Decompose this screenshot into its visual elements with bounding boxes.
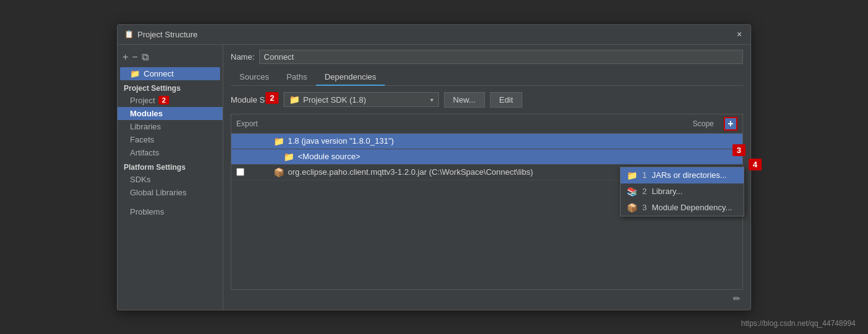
copy-module-button[interactable]: ⧉ bbox=[142, 52, 149, 62]
edit-button[interactable]: Edit bbox=[490, 92, 522, 108]
annotation-badge-3: 3 bbox=[732, 144, 746, 156]
watermark-url: https://blog.csdn.net/qq_44748994 bbox=[741, 319, 856, 328]
name-input[interactable] bbox=[259, 50, 743, 64]
module-source-folder-icon: 📁 bbox=[284, 152, 294, 162]
sidebar-item-libraries[interactable]: Libraries bbox=[118, 120, 223, 133]
jar-row-name: org.eclipse.paho.client.mqttv3-1.2.0.jar… bbox=[288, 167, 675, 177]
module-connect-item[interactable]: 📁 Connect bbox=[120, 67, 220, 80]
jars-num: 1 bbox=[642, 170, 647, 180]
sidebar-item-sdks[interactable]: SDKs bbox=[118, 173, 223, 186]
sidebar-item-global-libraries[interactable]: Global Libraries bbox=[118, 186, 223, 199]
module-dep-icon: 📦 bbox=[627, 203, 637, 213]
artifacts-label: Artifacts bbox=[130, 148, 159, 157]
sidebar-item-problems[interactable]: Problems bbox=[118, 205, 223, 218]
jar-icon: 📦 bbox=[274, 167, 284, 177]
library-num: 2 bbox=[642, 187, 647, 196]
table-row[interactable]: 📁 1.8 (java version "1.8.0_131") bbox=[231, 134, 742, 149]
name-row: Name: bbox=[231, 50, 743, 64]
sidebar-toolbar: + − ⧉ bbox=[118, 50, 223, 65]
dropdown-item-library[interactable]: 📚 2 Library... bbox=[621, 183, 744, 200]
sidebar-item-artifacts[interactable]: Artifacts bbox=[118, 146, 223, 159]
sidebar-item-facets[interactable]: Facets bbox=[118, 133, 223, 146]
dialog-titlebar: 📋 Project Structure × bbox=[118, 25, 750, 45]
project-label: Project bbox=[130, 96, 155, 105]
annotation-badge-2: 2 bbox=[265, 92, 279, 104]
project-structure-dialog: 📋 Project Structure × + − ⧉ 📁 Connect Pr… bbox=[117, 24, 751, 310]
add-dropdown-popup: 📁 1 JARs or directories... 📚 2 Library..… bbox=[620, 167, 744, 216]
sdks-label: SDKs bbox=[130, 175, 150, 184]
sidebar-item-modules[interactable]: Modules bbox=[118, 107, 223, 120]
module-dep-label: Module Dependency... bbox=[652, 203, 732, 212]
sdk-value: Project SDK (1.8) bbox=[303, 95, 366, 104]
main-content: Name: Sources Paths Dependencies bbox=[223, 45, 750, 310]
module-dep-num: 3 bbox=[642, 203, 647, 212]
modules-label: Modules bbox=[130, 109, 163, 118]
remove-module-button[interactable]: − bbox=[132, 52, 137, 62]
dropdown-item-module-dep[interactable]: 📦 3 Module Dependency... bbox=[621, 200, 744, 216]
library-label: Library... bbox=[652, 187, 683, 196]
sdk-dropdown-arrow: ▾ bbox=[430, 96, 433, 103]
project-settings-title: Project Settings bbox=[118, 80, 223, 94]
add-dependency-button[interactable]: + bbox=[724, 117, 737, 131]
annotation-badge-4: 4 bbox=[749, 159, 762, 170]
tab-dependencies[interactable]: Dependencies bbox=[316, 69, 385, 86]
library-icon: 📚 bbox=[627, 187, 637, 197]
problems-label: Problems bbox=[130, 207, 164, 216]
new-button[interactable]: New... bbox=[444, 92, 485, 108]
sidebar-item-project[interactable]: Project 2 bbox=[118, 94, 223, 107]
libraries-label: Libraries bbox=[130, 122, 161, 131]
module-connect-label: Connect bbox=[144, 69, 173, 78]
tab-paths[interactable]: Paths bbox=[278, 69, 316, 86]
edit-pencil-button[interactable]: ✏ bbox=[731, 292, 743, 305]
sdk-select[interactable]: 📁 Project SDK (1.8) ▾ bbox=[284, 92, 439, 107]
dialog-title: Project Structure bbox=[137, 30, 734, 39]
col-export: Export bbox=[236, 119, 274, 128]
tab-sources[interactable]: Sources bbox=[231, 69, 278, 86]
table-row[interactable]: 📁 <Module source> bbox=[231, 149, 742, 165]
table-actions: + bbox=[719, 117, 737, 131]
dropdown-item-jars[interactable]: 📁 1 JARs or directories... bbox=[621, 167, 744, 183]
page-background: 📋 Project Structure × + − ⧉ 📁 Connect Pr… bbox=[0, 0, 868, 334]
platform-settings-title: Platform Settings bbox=[118, 159, 223, 173]
jdk-row-name: 1.8 (java version "1.8.0_131") bbox=[288, 136, 675, 146]
col-scope: Scope bbox=[657, 119, 719, 128]
row-checkbox-jar bbox=[236, 168, 274, 176]
project-badge: 2 bbox=[159, 96, 169, 104]
dialog-body: + − ⧉ 📁 Connect Project Settings Project… bbox=[118, 45, 750, 310]
facets-label: Facets bbox=[130, 135, 154, 144]
sdk-folder-icon: 📁 bbox=[289, 95, 300, 104]
sidebar: + − ⧉ 📁 Connect Project Settings Project… bbox=[118, 45, 223, 310]
module-source-row-name: <Module source> bbox=[298, 152, 675, 161]
sdk-row: Module SDK: 📁 Project SDK (1.8) ▾ New...… bbox=[231, 92, 743, 108]
name-label: Name: bbox=[231, 52, 254, 62]
module-folder-icon: 📁 bbox=[130, 69, 140, 78]
jars-label: JARs or directories... bbox=[652, 170, 727, 180]
dialog-title-icon: 📋 bbox=[124, 29, 134, 39]
close-button[interactable]: × bbox=[734, 29, 744, 39]
global-libraries-label: Global Libraries bbox=[130, 188, 187, 197]
table-header: Export Scope + bbox=[231, 114, 742, 134]
jars-icon: 📁 bbox=[627, 170, 637, 180]
jdk-folder-icon: 📁 bbox=[274, 136, 284, 146]
jar-export-checkbox[interactable] bbox=[236, 168, 244, 176]
tabs-row: Sources Paths Dependencies bbox=[231, 69, 743, 86]
add-module-button[interactable]: + bbox=[122, 52, 128, 62]
